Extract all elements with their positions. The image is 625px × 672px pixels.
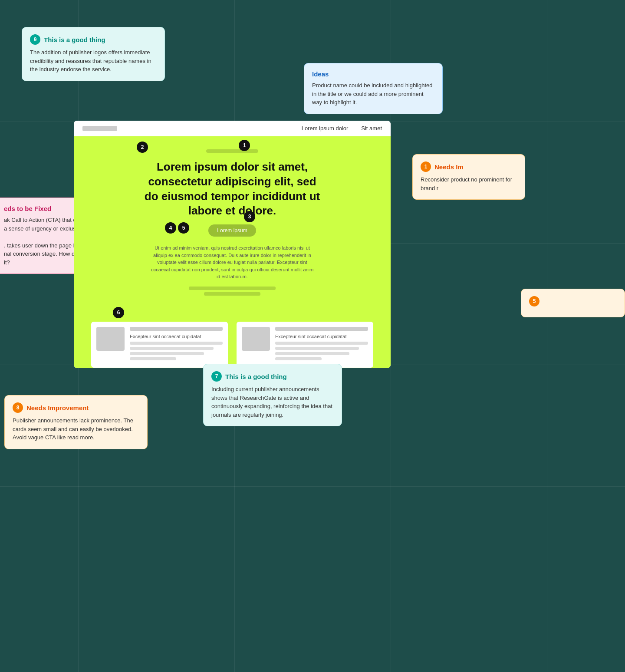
card-good-9: 9 This is a good thing The addition of p… (22, 27, 165, 81)
wireframe-nav-link2: Sit amet (361, 125, 382, 132)
wireframe-hero-bar-top (206, 149, 258, 153)
card-improve-1-title: Needs Im (434, 163, 464, 171)
card-improve-1-body: Reconsider product no prominent for bran… (421, 175, 517, 192)
wireframe-nav-logo (82, 126, 117, 131)
wireframe-card-2: Excepteur sint occaecat cupidatat (237, 322, 373, 368)
wireframe-card2-line-3 (275, 352, 349, 355)
card-improve-8-number: 8 (13, 402, 23, 413)
wireframe-nav-link1: Lorem ipsum dolor (302, 125, 349, 132)
card-good-9-header: 9 This is a good thing (30, 34, 157, 45)
card-good-7-title: This is a good thing (225, 373, 287, 380)
card-improve-1-header: 1 Needs Im (421, 161, 517, 172)
wireframe-badge-5: 5 (178, 222, 189, 234)
wireframe-badge-2: 2 (137, 142, 148, 153)
wireframe-card-line-1 (130, 342, 223, 345)
wireframe-nav: Lorem ipsum dolor Sit amet (74, 121, 391, 136)
wireframe-hero-body: Ut enim ad minim veniam, quis nostrud ex… (150, 244, 315, 280)
card-good-9-number: 9 (30, 34, 40, 45)
card-ideas-body: Product name could be included and highl… (312, 81, 434, 107)
card-improve-1-number: 1 (421, 161, 431, 172)
wireframe-hero: 1 2 Lorem ipsum dolor sit amet, consecte… (74, 136, 391, 313)
wireframe-card-1: Excepteur sint occaecat cupidatat (91, 322, 228, 368)
wireframe-card-1-content: Excepteur sint occaecat cupidatat (130, 327, 223, 362)
wireframe-card-1-text: Excepteur sint occaecat cupidatat (130, 334, 223, 339)
card-needs-improve-1: 1 Needs Im Reconsider product no promine… (412, 154, 525, 200)
wireframe-badge-1: 1 (239, 140, 250, 151)
wireframe-card-2-content: Excepteur sint occaecat cupidatat (275, 327, 368, 362)
card-improve-right-edge: 5 (521, 289, 625, 317)
wireframe-card-1-title (130, 327, 223, 331)
wireframe: Lorem ipsum dolor Sit amet 1 2 Lorem ips… (74, 121, 391, 368)
wireframe-badge-6: 6 (113, 307, 124, 318)
card-improve-edge-number: 5 (529, 296, 539, 306)
wireframe-card-2-text: Excepteur sint occaecat cupidatat (275, 334, 368, 339)
card-good-7-header: 7 This is a good thing (211, 371, 334, 382)
wireframe-card2-line-1 (275, 342, 368, 345)
wireframe-card-line-4 (130, 357, 176, 360)
wireframe-card-2-title (275, 327, 368, 331)
card-ideas-title: Ideas (312, 70, 434, 78)
wireframe-bar-1 (189, 287, 276, 290)
wireframe-card-2-image (242, 327, 270, 351)
card-improve-8-title: Needs Improvement (26, 404, 89, 412)
wireframe-hero-title: Lorem ipsum dolor sit amet, consectetur … (141, 160, 323, 218)
card-good-9-title: This is a good thing (44, 36, 105, 43)
wireframe-card-1-image (96, 327, 125, 351)
card-improve-8-header: 8 Needs Improvement (13, 402, 139, 413)
card-improve-edge-header: 5 (529, 296, 617, 306)
card-good-7: 7 This is a good thing Including current… (203, 364, 342, 426)
wireframe-cta[interactable]: Lorem ipsum (208, 224, 256, 237)
card-needs-improve-8: 8 Needs Improvement Publisher announceme… (4, 395, 148, 449)
card-good-7-number: 7 (211, 371, 222, 382)
wireframe-hero-bars (91, 287, 373, 296)
wireframe-bar-2 (204, 292, 260, 296)
wireframe-card-line-3 (130, 352, 204, 355)
card-ideas: Ideas Product name could be included and… (304, 63, 443, 114)
wireframe-card2-line-4 (275, 357, 322, 360)
card-improve-8-body: Publisher announcements lack prominence.… (13, 416, 139, 442)
wireframe-cards-section: 6 Excepteur sint occaecat cupidatat Exce… (74, 313, 391, 368)
wireframe-badge-3: 3 (244, 211, 255, 222)
card-good-7-body: Including current publisher announcement… (211, 385, 334, 419)
card-good-9-body: The addition of publisher logos offers i… (30, 48, 157, 74)
wireframe-card2-line-2 (275, 347, 359, 350)
wireframe-card-line-2 (130, 347, 214, 350)
wireframe-badge-4: 4 (165, 222, 176, 234)
